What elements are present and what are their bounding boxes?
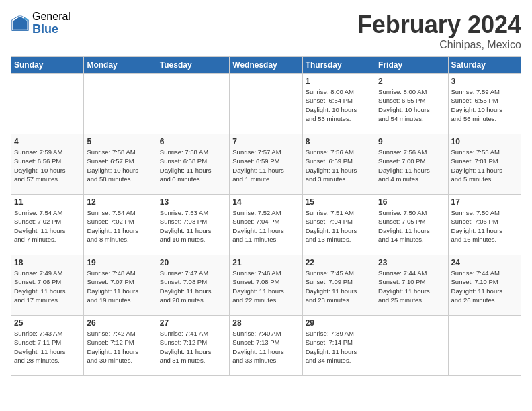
logo-blue: Blue <box>32 23 71 36</box>
calendar-cell: 27Sunrise: 7:41 AM Sunset: 7:12 PM Dayli… <box>157 316 229 376</box>
day-number: 1 <box>306 77 372 86</box>
day-number: 14 <box>232 197 299 207</box>
calendar-cell: 24Sunrise: 7:44 AM Sunset: 7:10 PM Dayli… <box>448 255 521 316</box>
day-detail: Sunrise: 7:50 AM Sunset: 7:06 PM Dayligh… <box>451 208 518 244</box>
calendar-cell <box>375 316 448 376</box>
day-number: 19 <box>87 258 153 267</box>
day-number: 16 <box>378 197 445 207</box>
day-number: 26 <box>87 318 153 328</box>
calendar-cell: 25Sunrise: 7:43 AM Sunset: 7:11 PM Dayli… <box>11 316 84 376</box>
calendar-cell: 5Sunrise: 7:58 AM Sunset: 6:57 PM Daylig… <box>84 134 157 195</box>
calendar-cell: 8Sunrise: 7:56 AM Sunset: 6:59 PM Daylig… <box>302 134 375 195</box>
day-number: 25 <box>14 318 81 328</box>
calendar-cell: 3Sunrise: 7:59 AM Sunset: 6:55 PM Daylig… <box>448 74 521 134</box>
calendar-title: February 2024 <box>357 11 521 39</box>
day-detail: Sunrise: 7:44 AM Sunset: 7:10 PM Dayligh… <box>378 269 445 304</box>
calendar-cell: 14Sunrise: 7:52 AM Sunset: 7:04 PM Dayli… <box>230 195 302 255</box>
day-number: 29 <box>306 318 372 328</box>
day-detail: Sunrise: 7:58 AM Sunset: 6:57 PM Dayligh… <box>87 148 153 183</box>
calendar-cell: 20Sunrise: 7:47 AM Sunset: 7:08 PM Dayli… <box>157 255 229 316</box>
calendar-cell <box>230 74 302 134</box>
day-detail: Sunrise: 7:59 AM Sunset: 6:56 PM Dayligh… <box>14 148 81 183</box>
calendar-body: 1Sunrise: 8:00 AM Sunset: 6:54 PM Daylig… <box>11 74 521 376</box>
day-detail: Sunrise: 7:56 AM Sunset: 7:00 PM Dayligh… <box>378 148 445 183</box>
day-detail: Sunrise: 7:41 AM Sunset: 7:12 PM Dayligh… <box>160 329 226 365</box>
header-row: Sunday Monday Tuesday Wednesday Thursday… <box>11 57 521 74</box>
calendar-table: Sunday Monday Tuesday Wednesday Thursday… <box>11 56 521 376</box>
col-sunday: Sunday <box>11 57 84 74</box>
calendar-cell: 23Sunrise: 7:44 AM Sunset: 7:10 PM Dayli… <box>375 255 448 316</box>
day-detail: Sunrise: 7:50 AM Sunset: 7:05 PM Dayligh… <box>378 208 445 244</box>
calendar-cell: 7Sunrise: 7:57 AM Sunset: 6:59 PM Daylig… <box>230 134 302 195</box>
calendar-cell <box>157 74 229 134</box>
day-detail: Sunrise: 7:51 AM Sunset: 7:04 PM Dayligh… <box>306 208 372 244</box>
day-detail: Sunrise: 7:58 AM Sunset: 6:58 PM Dayligh… <box>160 148 226 183</box>
day-number: 3 <box>451 77 518 86</box>
calendar-cell <box>11 74 84 134</box>
logo-text: General Blue <box>32 11 71 36</box>
day-number: 27 <box>160 318 226 328</box>
day-detail: Sunrise: 7:47 AM Sunset: 7:08 PM Dayligh… <box>160 269 226 304</box>
day-number: 17 <box>451 197 518 207</box>
calendar-cell: 12Sunrise: 7:54 AM Sunset: 7:02 PM Dayli… <box>84 195 157 255</box>
day-detail: Sunrise: 7:59 AM Sunset: 6:55 PM Dayligh… <box>451 87 518 123</box>
day-detail: Sunrise: 7:49 AM Sunset: 7:06 PM Dayligh… <box>14 269 81 304</box>
week-row-3: 11Sunrise: 7:54 AM Sunset: 7:02 PM Dayli… <box>11 195 521 255</box>
week-row-2: 4Sunrise: 7:59 AM Sunset: 6:56 PM Daylig… <box>11 134 521 195</box>
calendar-cell: 9Sunrise: 7:56 AM Sunset: 7:00 PM Daylig… <box>375 134 448 195</box>
col-friday: Friday <box>375 57 448 74</box>
calendar-cell: 11Sunrise: 7:54 AM Sunset: 7:02 PM Dayli… <box>11 195 84 255</box>
day-detail: Sunrise: 8:00 AM Sunset: 6:54 PM Dayligh… <box>306 87 372 123</box>
day-detail: Sunrise: 7:39 AM Sunset: 7:14 PM Dayligh… <box>306 329 372 365</box>
day-detail: Sunrise: 7:55 AM Sunset: 7:01 PM Dayligh… <box>451 148 518 183</box>
col-thursday: Thursday <box>302 57 375 74</box>
logo: General Blue <box>11 11 71 36</box>
day-detail: Sunrise: 7:46 AM Sunset: 7:08 PM Dayligh… <box>232 269 299 304</box>
day-detail: Sunrise: 7:48 AM Sunset: 7:07 PM Dayligh… <box>87 269 153 304</box>
day-number: 6 <box>160 137 226 146</box>
calendar-cell: 17Sunrise: 7:50 AM Sunset: 7:06 PM Dayli… <box>448 195 521 255</box>
day-number: 9 <box>378 137 445 146</box>
calendar-cell: 13Sunrise: 7:53 AM Sunset: 7:03 PM Dayli… <box>157 195 229 255</box>
day-number: 20 <box>160 258 226 267</box>
week-row-1: 1Sunrise: 8:00 AM Sunset: 6:54 PM Daylig… <box>11 74 521 134</box>
day-detail: Sunrise: 7:54 AM Sunset: 7:02 PM Dayligh… <box>14 208 81 244</box>
calendar-cell: 19Sunrise: 7:48 AM Sunset: 7:07 PM Dayli… <box>84 255 157 316</box>
day-number: 18 <box>14 258 81 267</box>
day-detail: Sunrise: 8:00 AM Sunset: 6:55 PM Dayligh… <box>378 87 445 123</box>
calendar-header: Sunday Monday Tuesday Wednesday Thursday… <box>11 57 521 74</box>
day-number: 21 <box>232 258 299 267</box>
day-number: 8 <box>306 137 372 146</box>
col-monday: Monday <box>84 57 157 74</box>
day-detail: Sunrise: 7:54 AM Sunset: 7:02 PM Dayligh… <box>87 208 153 244</box>
day-number: 15 <box>306 197 372 207</box>
day-number: 7 <box>232 137 299 146</box>
day-number: 22 <box>306 258 372 267</box>
calendar-cell: 21Sunrise: 7:46 AM Sunset: 7:08 PM Dayli… <box>230 255 302 316</box>
calendar-cell: 29Sunrise: 7:39 AM Sunset: 7:14 PM Dayli… <box>302 316 375 376</box>
title-block: February 2024 Chinipas, Mexico <box>357 11 521 51</box>
col-tuesday: Tuesday <box>157 57 229 74</box>
calendar-cell <box>448 316 521 376</box>
day-number: 23 <box>378 258 445 267</box>
calendar-cell: 28Sunrise: 7:40 AM Sunset: 7:13 PM Dayli… <box>230 316 302 376</box>
day-detail: Sunrise: 7:52 AM Sunset: 7:04 PM Dayligh… <box>232 208 299 244</box>
day-number: 2 <box>378 77 445 86</box>
day-number: 4 <box>14 137 81 146</box>
calendar-location: Chinipas, Mexico <box>357 39 521 51</box>
page-header: General Blue February 2024 Chinipas, Mex… <box>11 11 521 51</box>
day-detail: Sunrise: 7:53 AM Sunset: 7:03 PM Dayligh… <box>160 208 226 244</box>
calendar-cell: 1Sunrise: 8:00 AM Sunset: 6:54 PM Daylig… <box>302 74 375 134</box>
day-number: 24 <box>451 258 518 267</box>
logo-icon <box>11 14 30 33</box>
calendar-cell: 18Sunrise: 7:49 AM Sunset: 7:06 PM Dayli… <box>11 255 84 316</box>
col-wednesday: Wednesday <box>230 57 302 74</box>
day-detail: Sunrise: 7:56 AM Sunset: 6:59 PM Dayligh… <box>306 148 372 183</box>
calendar-cell: 15Sunrise: 7:51 AM Sunset: 7:04 PM Dayli… <box>302 195 375 255</box>
day-detail: Sunrise: 7:40 AM Sunset: 7:13 PM Dayligh… <box>232 329 299 365</box>
day-number: 28 <box>232 318 299 328</box>
week-row-4: 18Sunrise: 7:49 AM Sunset: 7:06 PM Dayli… <box>11 255 521 316</box>
calendar-cell: 2Sunrise: 8:00 AM Sunset: 6:55 PM Daylig… <box>375 74 448 134</box>
week-row-5: 25Sunrise: 7:43 AM Sunset: 7:11 PM Dayli… <box>11 316 521 376</box>
calendar-cell: 16Sunrise: 7:50 AM Sunset: 7:05 PM Dayli… <box>375 195 448 255</box>
